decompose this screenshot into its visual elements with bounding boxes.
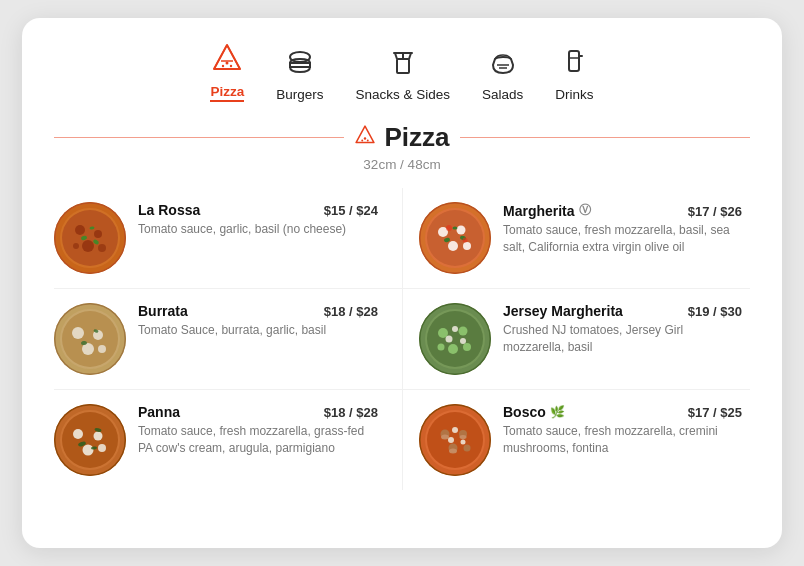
menu-item-bosco: Bosco 🌿 $17 / $25 Tomato sauce, fresh mo…: [402, 390, 750, 490]
pizza-image-margherita: [419, 202, 491, 274]
svg-marker-0: [214, 45, 240, 69]
section-pizza-icon: [354, 124, 376, 152]
svg-point-27: [94, 230, 102, 238]
menu-desc: Crushed NJ tomatoes, Jersey Girl mozzare…: [503, 322, 742, 357]
nav-item-snacks[interactable]: Snacks & Sides: [355, 45, 450, 102]
menu-badge: Ⓥ: [579, 202, 591, 219]
nav-label-drinks: Drinks: [555, 87, 593, 102]
svg-marker-19: [357, 126, 375, 143]
menu-price: $15 / $24: [324, 203, 378, 218]
nav-item-burgers[interactable]: Burgers: [276, 45, 323, 102]
menu-desc: Tomato Sauce, burrata, garlic, basil: [138, 322, 378, 339]
menu-name: La Rossa: [138, 202, 200, 218]
menu-price: $19 / $30: [688, 304, 742, 319]
salads-nav-icon: [487, 45, 519, 81]
menu-name-row: Panna $18 / $28: [138, 404, 378, 420]
nav-label-salads: Salads: [482, 87, 523, 102]
svg-point-90: [464, 445, 471, 452]
svg-point-63: [448, 344, 458, 354]
section-line-left: [54, 137, 344, 139]
svg-point-76: [98, 444, 106, 452]
svg-point-41: [463, 242, 471, 250]
menu-name: Panna: [138, 404, 180, 420]
burger-nav-icon: [284, 45, 316, 81]
svg-point-40: [448, 241, 458, 251]
menu-desc: Tomato sauce, fresh mozzarella, grass-fe…: [138, 423, 378, 458]
svg-point-61: [438, 328, 448, 338]
pizza-nav-icon: [211, 42, 243, 78]
svg-point-37: [427, 210, 483, 266]
svg-point-25: [62, 210, 118, 266]
svg-point-91: [448, 437, 454, 443]
menu-info-bosco: Bosco 🌿 $17 / $25 Tomato sauce, fresh mo…: [503, 404, 742, 458]
svg-rect-9: [397, 59, 409, 73]
menu-grid: La Rossa $15 / $24 Tomato sauce, garlic,…: [54, 188, 750, 490]
svg-point-85: [441, 435, 449, 440]
svg-point-46: [446, 225, 452, 231]
svg-point-54: [98, 345, 106, 353]
svg-point-65: [438, 344, 445, 351]
svg-point-93: [452, 427, 458, 433]
nav-label-pizza: Pizza: [210, 84, 244, 102]
menu-name: Margherita Ⓥ: [503, 202, 591, 219]
svg-point-28: [82, 240, 94, 252]
svg-point-92: [461, 440, 466, 445]
menu-price: $18 / $28: [324, 405, 378, 420]
menu-price: $17 / $26: [688, 204, 742, 219]
svg-point-29: [98, 244, 106, 252]
menu-info-burrata: Burrata $18 / $28 Tomato Sauce, burrata,…: [138, 303, 378, 339]
svg-point-87: [460, 435, 467, 439]
menu-name-row: Bosco 🌿 $17 / $25: [503, 404, 742, 420]
svg-point-73: [73, 429, 83, 439]
svg-point-7: [290, 52, 310, 62]
svg-point-75: [83, 445, 94, 456]
svg-point-50: [62, 311, 118, 367]
svg-rect-8: [290, 63, 310, 67]
menu-price: $18 / $28: [324, 304, 378, 319]
snacks-nav-icon: [387, 45, 419, 81]
menu-item-jersey-margherita: Jersey Margherita $19 / $30 Crushed NJ t…: [402, 289, 750, 390]
nav-item-drinks[interactable]: Drinks: [555, 45, 593, 102]
menu-card: Pizza Burgers: [22, 18, 782, 548]
pizza-image-la-rossa: [54, 202, 126, 274]
menu-item-la-rossa: La Rossa $15 / $24 Tomato sauce, garlic,…: [54, 188, 402, 289]
svg-point-64: [463, 343, 471, 351]
svg-point-21: [362, 139, 364, 141]
nav-item-salads[interactable]: Salads: [482, 45, 523, 102]
pizza-image-bosco: [419, 404, 491, 476]
svg-point-20: [364, 137, 366, 139]
nav-label-snacks: Snacks & Sides: [355, 87, 450, 102]
pizza-image-burrata: [54, 303, 126, 375]
menu-badge: 🌿: [550, 405, 565, 419]
menu-item-burrata: Burrata $18 / $28 Tomato Sauce, burrata,…: [54, 289, 402, 390]
nav-item-pizza[interactable]: Pizza: [210, 42, 244, 102]
svg-point-51: [72, 327, 84, 339]
menu-name: Bosco 🌿: [503, 404, 565, 420]
menu-desc: Tomato sauce, fresh mozzarella, basil, s…: [503, 222, 742, 257]
section-title: Pizza: [354, 122, 449, 153]
menu-desc: Tomato sauce, fresh mozzarella, cremini …: [503, 423, 742, 458]
menu-name-row: La Rossa $15 / $24: [138, 202, 378, 218]
section-subtitle: 32cm / 48cm: [54, 157, 750, 172]
menu-name-row: Margherita Ⓥ $17 / $26: [503, 202, 742, 219]
svg-point-83: [427, 412, 483, 468]
menu-item-panna: Panna $18 / $28 Tomato sauce, fresh mozz…: [54, 390, 402, 490]
svg-point-44: [453, 227, 458, 230]
section-line-right: [460, 137, 750, 139]
svg-point-74: [94, 432, 103, 441]
nav-label-burgers: Burgers: [276, 87, 323, 102]
svg-line-1: [227, 45, 240, 69]
menu-name-row: Burrata $18 / $28: [138, 303, 378, 319]
svg-point-72: [62, 412, 118, 468]
menu-info-la-rossa: La Rossa $15 / $24 Tomato sauce, garlic,…: [138, 202, 378, 238]
menu-name-row: Jersey Margherita $19 / $30: [503, 303, 742, 319]
svg-point-26: [75, 225, 85, 235]
svg-point-4: [226, 62, 229, 65]
menu-name: Burrata: [138, 303, 188, 319]
svg-point-89: [449, 449, 457, 454]
svg-point-30: [73, 243, 79, 249]
menu-price: $17 / $25: [688, 405, 742, 420]
menu-info-panna: Panna $18 / $28 Tomato sauce, fresh mozz…: [138, 404, 378, 458]
svg-point-60: [427, 311, 483, 367]
svg-point-6: [230, 65, 232, 67]
